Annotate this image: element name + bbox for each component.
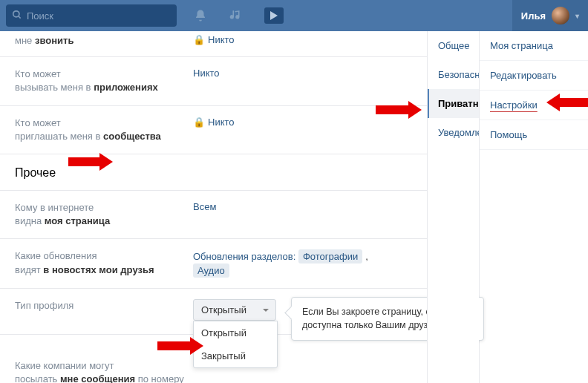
row-apps: Кто может вызывать меня в приложениях Ни… xyxy=(0,57,427,105)
search-input[interactable] xyxy=(27,10,171,22)
settings-tabs: Общее Безопасность Приватность Уведомлен… xyxy=(427,31,479,383)
annotation-arrow-3 xyxy=(546,94,588,111)
label-bold: в новостях мои друзья xyxy=(43,264,154,275)
value-link[interactable]: Никто xyxy=(193,68,220,79)
dd-my-page[interactable]: Моя страница xyxy=(480,31,588,61)
dd-help[interactable]: Помощь xyxy=(480,120,588,150)
label-bold: звонить xyxy=(35,35,74,46)
svg-line-1 xyxy=(19,16,21,18)
label-profile-type: Тип профиля xyxy=(15,299,193,321)
row-communities: Кто может приглашать меня в сообщества 🔒… xyxy=(0,106,427,154)
label-bold: сообщества xyxy=(103,131,161,142)
select-current-value: Открытый xyxy=(201,304,246,315)
tab-notifications[interactable]: Уведомления xyxy=(428,118,479,147)
value-link[interactable]: Всем xyxy=(193,201,216,212)
section-other-title: Прочее xyxy=(0,154,427,191)
annotation-arrow-4 xyxy=(157,337,203,355)
svg-point-0 xyxy=(13,10,19,16)
search-icon xyxy=(12,10,22,22)
settings-panel: мне звонить 🔒Никто Кто может вызывать ме… xyxy=(0,31,427,383)
top-header: Илья ▾ xyxy=(0,0,588,31)
chip-audio[interactable]: Аудио xyxy=(193,263,229,278)
user-dropdown: Моя страница Редактировать Настройки Пом… xyxy=(479,31,588,383)
lock-icon: 🔒 xyxy=(193,34,205,45)
header-icons xyxy=(193,7,284,24)
user-menu-trigger[interactable]: Илья ▾ xyxy=(512,0,588,31)
label-text: Кто может приглашать меня в xyxy=(15,117,103,142)
label-bold: приложениях xyxy=(94,82,158,93)
music-icon[interactable] xyxy=(229,8,244,23)
value-link[interactable]: Никто xyxy=(208,117,235,128)
option-open[interactable]: Открытый xyxy=(194,321,277,344)
profile-type-options: Открытый Закрытый xyxy=(193,321,278,368)
updates-prefix: Обновления разделов: xyxy=(193,251,298,262)
row-profile-type: Тип профиля Открытый Открытый Закрытый Е… xyxy=(0,289,427,335)
value-link[interactable]: Никто xyxy=(208,34,235,45)
avatar xyxy=(552,7,569,24)
dd-edit[interactable]: Редактировать xyxy=(480,61,588,91)
option-closed[interactable]: Закрытый xyxy=(194,344,277,367)
username-label: Илья xyxy=(521,10,546,22)
bell-icon[interactable] xyxy=(193,8,208,23)
label-bold: моя страница xyxy=(45,215,110,226)
profile-type-select[interactable]: Открытый xyxy=(193,299,276,321)
search-box[interactable] xyxy=(6,4,177,27)
tab-security[interactable]: Безопасность xyxy=(428,60,479,89)
section-title-text: Прочее xyxy=(15,166,56,180)
label-text: Кто может вызывать меня в xyxy=(15,68,94,93)
label-text: мне xyxy=(15,35,35,46)
tab-general[interactable]: Общее xyxy=(428,31,479,60)
lock-icon: 🔒 xyxy=(193,117,205,128)
row-internet-visible: Кому в интернете видна моя страница Всем xyxy=(0,191,427,239)
row-news-updates: Какие обновления видят в новостях мои др… xyxy=(0,239,427,289)
row-call-me: мне звонить 🔒Никто xyxy=(0,31,427,57)
tab-privacy[interactable]: Приватность xyxy=(428,89,479,118)
chip-photos[interactable]: Фотографии xyxy=(298,249,362,263)
main-layout: мне звонить 🔒Никто Кто может вызывать ме… xyxy=(0,31,588,383)
annotation-arrow-1 xyxy=(68,153,113,171)
annotation-arrow-2 xyxy=(376,101,422,119)
play-icon[interactable] xyxy=(264,7,284,24)
chevron-down-icon: ▾ xyxy=(575,12,579,20)
label-bold: мне сообщения xyxy=(60,373,135,383)
